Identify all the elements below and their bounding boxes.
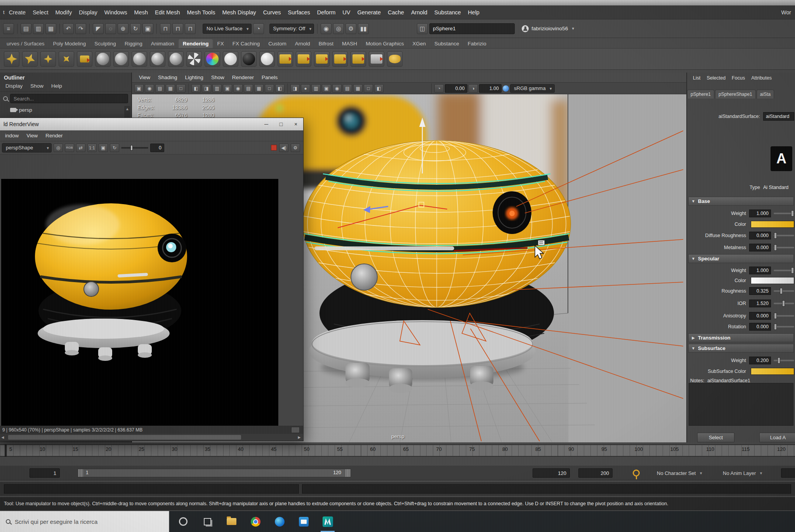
- auto-key-icon[interactable]: [633, 470, 640, 477]
- node-tab-psphere1[interactable]: pSphere1: [687, 90, 714, 99]
- refresh-icon[interactable]: ↻: [110, 144, 119, 152]
- snapshot-camera-icon[interactable]: [291, 427, 300, 433]
- animation-start-field[interactable]: 1: [30, 468, 60, 478]
- shelf-tab-fabrizio[interactable]: Fabrizio: [463, 39, 491, 48]
- lock-camera-icon[interactable]: ◉: [145, 84, 154, 93]
- gamma-icon[interactable]: ◑: [469, 84, 478, 93]
- diffuse-roughness-field[interactable]: 0.000: [749, 232, 771, 239]
- render-icon[interactable]: ◉: [321, 23, 332, 34]
- vp-menu-lighting[interactable]: Lighting: [181, 75, 207, 80]
- character-set-dropdown[interactable]: No Character Set: [657, 469, 702, 477]
- menu-generate[interactable]: Generate: [354, 9, 384, 16]
- menu-curves[interactable]: Curves: [260, 9, 285, 16]
- color-management-icon[interactable]: [503, 85, 509, 92]
- menu-substance[interactable]: Substance: [431, 9, 465, 16]
- outliner-menu-help[interactable]: Help: [48, 82, 65, 90]
- menu-edit-mesh[interactable]: Edit Mesh: [151, 9, 183, 16]
- render-view-titlebar[interactable]: ld RenderView ─ □ ×: [0, 118, 303, 130]
- rw-menu-view[interactable]: View: [23, 133, 42, 139]
- mail-app-icon[interactable]: [293, 511, 314, 532]
- node-network-icon[interactable]: [296, 51, 311, 67]
- rotation-slider[interactable]: [774, 326, 794, 328]
- shaderball-standard-icon[interactable]: [95, 51, 111, 67]
- move-tool-icon[interactable]: ⊕: [118, 23, 128, 34]
- node-tab-aistandard[interactable]: aiSta: [757, 90, 774, 99]
- vp-menu-renderer[interactable]: Renderer: [228, 75, 258, 80]
- outliner-item-persp[interactable]: persp: [0, 106, 131, 114]
- xray-icon[interactable]: ◧: [374, 84, 384, 93]
- grease-pencil-icon[interactable]: ◨: [202, 84, 211, 93]
- file-explorer-icon[interactable]: [221, 511, 241, 532]
- exposure-slider[interactable]: [121, 147, 148, 149]
- directional-light-icon[interactable]: [59, 51, 74, 67]
- roughness-slider[interactable]: [774, 290, 794, 292]
- menu-help[interactable]: Help: [464, 9, 483, 16]
- shadows-icon[interactable]: ◉: [332, 84, 342, 93]
- pause-icon[interactable]: ▮▮: [358, 23, 369, 34]
- snap-curve-icon[interactable]: ⊓: [172, 23, 183, 34]
- rw-menu-window[interactable]: indow: [1, 133, 23, 139]
- shaderball-standard-icon[interactable]: [132, 51, 147, 67]
- lasso-tool-icon[interactable]: ◌: [105, 23, 116, 34]
- wireframe-mode-icon[interactable]: ◨: [290, 84, 300, 93]
- shaderball-standard-icon[interactable]: [150, 51, 165, 67]
- render-view-scrollbar[interactable]: ◀ ▶: [0, 434, 303, 441]
- shaderball-white-icon[interactable]: [223, 51, 238, 67]
- snap-grid-icon[interactable]: ⊓: [160, 23, 171, 34]
- shelf-tab-rendering[interactable]: Rendering: [179, 39, 213, 48]
- menu-mesh[interactable]: Mesh: [131, 9, 151, 16]
- subsurface-weight-field[interactable]: 0.200: [749, 357, 771, 364]
- base-weight-field[interactable]: 1.000: [749, 210, 771, 217]
- shelf-tab-animation[interactable]: Animation: [147, 39, 179, 48]
- shelf-tab-fx[interactable]: FX: [213, 39, 228, 48]
- exposure-icon[interactable]: ◔: [434, 84, 444, 93]
- scale-tool-icon[interactable]: ▣: [142, 23, 153, 34]
- vp-menu-show[interactable]: Show: [207, 75, 228, 80]
- render-camera-dropdown[interactable]: perspShape: [2, 143, 52, 152]
- save-scene-icon[interactable]: ▦: [45, 23, 56, 34]
- specular-color-swatch[interactable]: [751, 277, 794, 284]
- scroll-left-icon[interactable]: ◀: [0, 434, 7, 441]
- gamma-field[interactable]: 1.00: [479, 84, 502, 93]
- anim-layer-dropdown[interactable]: No Anim Layer: [723, 469, 762, 477]
- render-settings-icon[interactable]: ⚙: [345, 23, 356, 34]
- specular-weight-slider[interactable]: [774, 270, 794, 271]
- fps-field[interactable]: [781, 468, 795, 478]
- transmission-section-header[interactable]: ▶ Transmission: [688, 333, 794, 342]
- menu-surfaces[interactable]: Surfaces: [285, 9, 314, 16]
- frame-image-icon[interactable]: ▣: [99, 144, 108, 152]
- select-button[interactable]: Select: [697, 433, 734, 442]
- shelf-tab-mash[interactable]: MASH: [338, 39, 361, 48]
- edge-icon[interactable]: [269, 511, 290, 532]
- new-scene-icon[interactable]: ▤: [21, 23, 31, 34]
- render-view-shelf-icon[interactable]: [4, 51, 19, 67]
- taskbar-search[interactable]: Scrivi qui per eseguire la ricerca: [0, 511, 169, 532]
- gear-icon[interactable]: ⚙: [291, 144, 300, 152]
- construction-history-icon[interactable]: ◔: [253, 23, 264, 34]
- gate-mask-icon[interactable]: ▤: [244, 84, 253, 93]
- shelf-tab-xgen[interactable]: XGen: [408, 39, 430, 48]
- range-slider[interactable]: 1 120: [78, 469, 351, 477]
- shelf-tab-curves-surfaces[interactable]: urves / Surfaces: [2, 39, 49, 48]
- type-value[interactable]: Ai Standard: [763, 185, 788, 190]
- menu-deform[interactable]: Deform: [314, 9, 339, 16]
- menu-arnold[interactable]: Arnold: [408, 9, 431, 16]
- current-time-marker[interactable]: [5, 444, 7, 457]
- motion-blur-icon[interactable]: ▦: [353, 84, 363, 93]
- convert-material-icon[interactable]: [369, 51, 384, 67]
- snapshot-icon[interactable]: ◎: [54, 144, 63, 152]
- animation-end-field[interactable]: 200: [578, 468, 613, 478]
- minimize-icon[interactable]: ─: [259, 118, 274, 130]
- teapot-render-icon[interactable]: [387, 51, 403, 67]
- shaderball-standard-icon[interactable]: [168, 51, 184, 67]
- subsurface-color-swatch[interactable]: [751, 368, 794, 375]
- ambient-occlusion-icon[interactable]: ▤: [343, 84, 352, 93]
- undo-icon[interactable]: ↶: [63, 23, 74, 34]
- node-network-icon[interactable]: [314, 51, 330, 67]
- outliner-search-input[interactable]: Search...: [10, 94, 128, 103]
- image-plane-icon[interactable]: □: [176, 84, 186, 93]
- rendered-image[interactable]: [1, 179, 278, 426]
- roughness-field[interactable]: 0.325: [749, 287, 771, 295]
- base-color-swatch[interactable]: [751, 221, 794, 228]
- open-scene-icon[interactable]: ▥: [33, 23, 44, 34]
